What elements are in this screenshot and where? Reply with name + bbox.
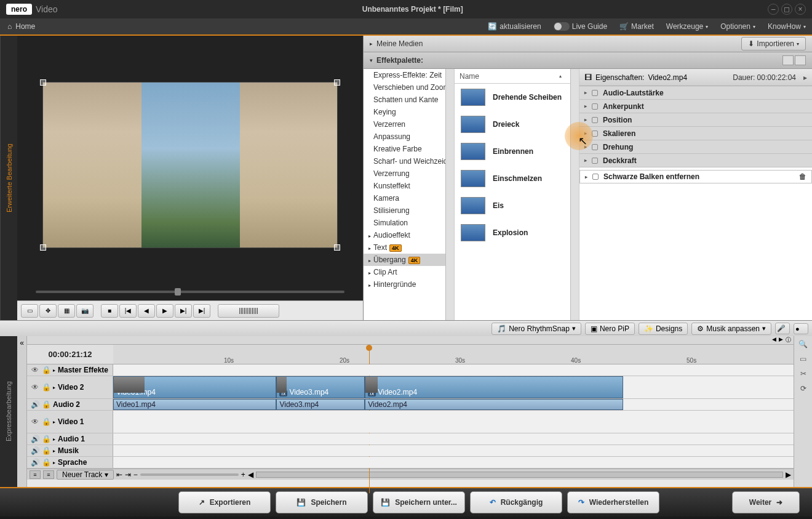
next-button[interactable]: Weiter➜ [732, 491, 800, 513]
advanced-editing-tab[interactable]: Erweiterte Bearbeitung [0, 36, 17, 320]
jog-wheel[interactable]: |||||||||||| [218, 304, 279, 318]
knowhow-menu[interactable]: KnowHow▾ [762, 22, 812, 31]
cat-audio[interactable]: ▸Audioeffekt [364, 229, 454, 241]
h-scrollbar[interactable] [256, 472, 783, 478]
effect-item[interactable]: Einschmelzen [455, 165, 579, 192]
cat-item[interactable]: Kreative Farbe [364, 143, 454, 155]
market-button[interactable]: 🛒 Market [613, 22, 660, 31]
scrollbar[interactable] [445, 69, 454, 320]
preview-canvas[interactable] [42, 82, 338, 248]
refresh-icon[interactable]: ⟳ [800, 384, 806, 393]
scrub-slider[interactable] [17, 288, 363, 300]
music-adjust-button[interactable]: ⚙Musik anpassen▾ [691, 323, 771, 335]
scrollbar[interactable] [570, 69, 579, 320]
designs-button[interactable]: ✨Designs [639, 323, 688, 335]
cat-item[interactable]: Verzerrung [364, 167, 454, 180]
zoom-out-icon[interactable]: − [133, 470, 138, 479]
effect-item[interactable]: Explosion [455, 219, 579, 246]
express-editing-tab[interactable]: Expressbearbeitung [0, 336, 17, 487]
clip[interactable]: Video2.mp4 [365, 399, 623, 410]
info-icon[interactable]: ⓘ [786, 336, 791, 344]
scroll-right-icon[interactable]: ▶ [786, 470, 791, 479]
select-icon[interactable]: ▭ [800, 355, 806, 363]
track-opts2-icon[interactable]: ≡ [43, 470, 54, 479]
effect-item[interactable]: Einbrennen [455, 138, 579, 165]
delete-icon[interactable]: 🗑 [799, 172, 806, 181]
effect-item[interactable]: Dreieck [455, 111, 579, 138]
grid-view-icon[interactable] [782, 55, 794, 65]
media-panel-header[interactable]: ▸ Meine Medien ⬇ Importieren ▾ [364, 36, 812, 52]
prop-row[interactable]: ▸Deckkraft [579, 154, 812, 167]
track-body[interactable] [113, 433, 794, 445]
fit-button[interactable]: ✥ [39, 304, 57, 318]
track-body[interactable] [113, 364, 794, 376]
clip[interactable]: Video1.mp4 [113, 399, 276, 410]
step-fwd-button[interactable]: ▶| [175, 304, 192, 318]
cat-transition[interactable]: ▸Übergang4K [364, 254, 454, 266]
export-button[interactable]: ↗Exportieren [178, 491, 271, 513]
cat-item[interactable]: Kamera [364, 192, 454, 204]
effects-panel-header[interactable]: ▾ Effektpalette: [364, 52, 812, 69]
track-head-audio2[interactable]: 🔊🔒Audio 2 [27, 399, 113, 410]
new-track-button[interactable]: Neuer Track ▾ [57, 470, 114, 480]
step-back-button[interactable]: ◀ [138, 304, 155, 318]
cat-item[interactable]: Stilisierung [364, 204, 454, 217]
zoom-in-icon[interactable]: + [241, 470, 245, 479]
clip[interactable]: fxVideo3.mp4 [276, 376, 365, 398]
effect-item[interactable]: Drehende Scheiben [455, 84, 579, 111]
pip-button[interactable]: ▣Nero PiP [585, 323, 635, 335]
effect-item[interactable]: Eis [455, 192, 579, 219]
clip[interactable]: Video1.mp4 [113, 376, 276, 398]
track-head-music[interactable]: 🔊🔒▸Musik [27, 445, 113, 456]
redo-button[interactable]: ↷Wiederherstellen [567, 491, 659, 513]
prev-frame-button[interactable]: |◀ [119, 304, 137, 318]
cat-item[interactable]: Simulation [364, 217, 454, 229]
timeline-ruler[interactable]: 10s 20s 30s 40s 50s [113, 345, 794, 364]
minimize-icon[interactable]: – [768, 4, 779, 15]
cat-item[interactable]: Scharf- und Weichzeichnen [364, 155, 454, 167]
snap-right-icon[interactable]: ⇥ [125, 470, 131, 479]
undo-button[interactable]: ↶Rückgängig [470, 491, 562, 513]
snapshot-button[interactable]: 📷 [76, 304, 94, 318]
prop-row[interactable]: ▸Skalieren [579, 127, 812, 140]
nav-left-icon[interactable]: ◀ [772, 336, 776, 344]
cat-item[interactable]: Keying [364, 106, 454, 118]
nav-right-icon[interactable]: ▶ [779, 336, 783, 344]
track-body[interactable]: Video1.mp4 fxVideo3.mp4 fxVideo2.mp4 [113, 376, 794, 398]
track-head-video1[interactable]: 👁🔒▸Video 1 [27, 411, 113, 433]
cat-clipart[interactable]: ▸Clip Art [364, 266, 454, 278]
track-body[interactable]: Video1.mp4 Video3.mp4 Video2.mp4 [113, 399, 794, 410]
saveas-button[interactable]: 💾Speichern unter... [373, 491, 465, 513]
cat-item[interactable]: Verzerren [364, 118, 454, 131]
prop-row-removebars[interactable]: ▸Schwarze Balken entfernen🗑 [579, 170, 812, 183]
close-icon[interactable]: × [795, 4, 806, 15]
magnet-icon[interactable]: 🔍 [798, 340, 808, 348]
prop-row[interactable]: ▸Ankerpunkt [579, 100, 812, 113]
effect-list-header[interactable]: Name ▴ [455, 69, 579, 84]
next-icon[interactable]: ▸ [803, 73, 807, 82]
track-head-audio1[interactable]: 🔊🔒▸Audio 1 [27, 433, 113, 445]
save-button[interactable]: 💾Speichern [276, 491, 368, 513]
prop-row[interactable]: ▸Position [579, 113, 812, 127]
cat-item[interactable]: Kunsteffekt [364, 180, 454, 192]
import-button[interactable]: ⬇ Importieren ▾ [741, 37, 806, 50]
clip[interactable]: Video3.mp4 [276, 399, 365, 410]
prop-row[interactable]: ▸Audio-Lautstärke [579, 86, 812, 100]
maximize-icon[interactable]: ◻ [781, 4, 792, 15]
record-button[interactable]: ● [794, 323, 808, 334]
track-head-speech[interactable]: 🔊🔒▸Sprache [27, 457, 113, 468]
list-view-icon[interactable] [795, 55, 806, 65]
cat-item[interactable]: Express-Effekte: Zeit [364, 69, 454, 81]
cat-text[interactable]: ▸Text4K [364, 241, 454, 254]
cat-item[interactable]: Anpassung [364, 131, 454, 143]
track-opts-icon[interactable]: ≡ [30, 470, 41, 479]
mic-button[interactable]: 🎤 [775, 323, 790, 334]
track-body[interactable] [113, 457, 794, 468]
zoom-slider[interactable] [140, 473, 239, 476]
rhythmsnap-button[interactable]: 🎵Nero RhythmSnap▾ [492, 323, 581, 335]
track-body[interactable] [113, 411, 794, 433]
track-head-master[interactable]: 👁🔒▸Master Effekte [27, 364, 113, 376]
tools-menu[interactable]: Werkzeuge▾ [660, 22, 714, 31]
grid-button[interactable]: ▦ [58, 304, 75, 318]
options-menu[interactable]: Optionen▾ [714, 22, 762, 31]
